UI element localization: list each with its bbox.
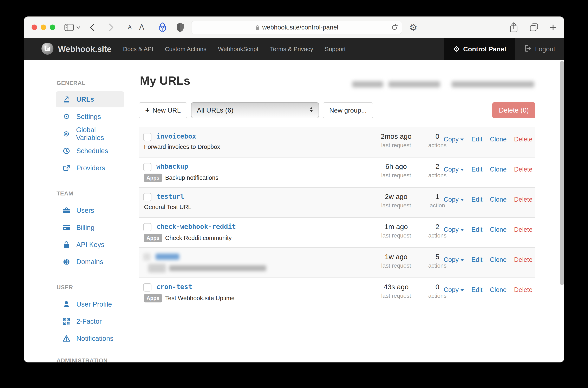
- clone-link[interactable]: Clone: [490, 196, 507, 203]
- warning-triangle-icon: [62, 335, 71, 342]
- text-bigger-button[interactable]: A: [139, 23, 144, 32]
- caret-down-icon: [460, 139, 464, 141]
- circle-x-icon: ⊗: [62, 130, 70, 138]
- url-name-link[interactable]: check-webhook-reddit: [156, 223, 236, 230]
- tab-overview-icon[interactable]: [529, 23, 539, 32]
- text-smaller-button[interactable]: A: [128, 24, 132, 30]
- edit-link[interactable]: Edit: [471, 256, 482, 264]
- table-row: invoicebox Forward invoices to Dropbox 2…: [139, 127, 535, 158]
- clone-link[interactable]: Clone: [490, 286, 507, 293]
- sidebar-item-global-variables[interactable]: ⊗ Global Variables: [56, 125, 124, 142]
- settings-gear-icon: ⚙: [62, 113, 71, 121]
- table-row: whbackup Apps Backup notifications 6h ag…: [139, 158, 535, 188]
- last-request-label: last request: [372, 202, 420, 209]
- copy-link[interactable]: Copy: [444, 256, 464, 264]
- edit-link[interactable]: Edit: [471, 226, 482, 233]
- clone-link[interactable]: Clone: [490, 166, 507, 173]
- sidebar-section-general: GENERAL: [56, 80, 124, 87]
- sidebar-item-billing[interactable]: Billing: [56, 219, 124, 236]
- sidebar-toggle-icon[interactable]: [64, 23, 74, 31]
- copy-link[interactable]: Copy: [444, 196, 464, 203]
- copy-link[interactable]: Copy: [444, 136, 464, 143]
- redacted-url-info: [143, 253, 266, 272]
- sidebar-item-users[interactable]: Users: [56, 202, 124, 219]
- edit-link[interactable]: Edit: [471, 196, 482, 203]
- row-checkbox[interactable]: [143, 193, 152, 201]
- webhook-logo-icon: [41, 42, 54, 56]
- control-panel-label: Control Panel: [463, 45, 506, 53]
- address-bar[interactable]: webhook.site/control-panel: [191, 21, 402, 34]
- row-checkbox[interactable]: [143, 133, 152, 141]
- sidebar-item-schedules[interactable]: Schedules: [56, 142, 124, 159]
- reload-icon[interactable]: [391, 24, 398, 31]
- url-name-link[interactable]: cron-test: [156, 283, 192, 291]
- back-button[interactable]: [89, 23, 95, 31]
- delete-selected-button[interactable]: Delete (0): [492, 102, 535, 118]
- plus-icon: +: [145, 106, 150, 115]
- row-checkbox[interactable]: [143, 223, 152, 231]
- copy-link[interactable]: Copy: [444, 166, 464, 173]
- url-description: Backup notifications: [165, 174, 218, 181]
- globe-icon: [62, 258, 71, 265]
- delete-link[interactable]: Delete: [514, 256, 533, 264]
- url-filter-select[interactable]: All URLs (6): [191, 102, 319, 118]
- row-checkbox[interactable]: [143, 283, 152, 291]
- delete-link[interactable]: Delete: [514, 136, 533, 143]
- page-content: GENERAL URLs ⚙ Settings ⊗ Global Variabl…: [24, 60, 564, 363]
- copy-link[interactable]: Copy: [444, 286, 464, 293]
- sidebar-item-2-factor[interactable]: 2-Factor: [56, 313, 124, 330]
- clone-link[interactable]: Clone: [490, 226, 507, 233]
- new-url-button[interactable]: + New URL: [139, 102, 187, 118]
- forward-button[interactable]: [108, 23, 114, 31]
- nav-control-panel[interactable]: ⚙ Control Panel: [444, 38, 515, 60]
- clone-link[interactable]: Clone: [490, 256, 507, 264]
- nav-link-terms-privacy[interactable]: Terms & Privacy: [270, 46, 313, 52]
- url-name-link[interactable]: invoicebox: [156, 132, 196, 140]
- edit-link[interactable]: Edit: [471, 166, 482, 173]
- new-group-button[interactable]: New group...: [323, 102, 373, 118]
- row-checkbox[interactable]: [143, 163, 152, 171]
- table-row: cron-test Apps Test Webhook.site Uptime …: [139, 278, 535, 308]
- url-name-link[interactable]: whbackup: [156, 163, 188, 170]
- nav-logout[interactable]: Logout: [515, 38, 564, 60]
- delete-link[interactable]: Delete: [514, 286, 533, 293]
- nav-link-custom-actions[interactable]: Custom Actions: [165, 46, 206, 52]
- zoom-window-button[interactable]: [50, 24, 55, 30]
- minimize-window-button[interactable]: [41, 24, 46, 30]
- logout-label: Logout: [535, 45, 555, 53]
- sidebar-item-domains[interactable]: Domains: [56, 253, 124, 270]
- url-name-link[interactable]: testurl: [156, 193, 184, 200]
- brand[interactable]: Webhook.site: [41, 42, 111, 56]
- sidebar-item-api-keys[interactable]: API Keys: [56, 236, 124, 253]
- urls-icon: [62, 96, 71, 103]
- delete-link[interactable]: Delete: [514, 226, 533, 233]
- sidebar-item-providers[interactable]: Providers: [56, 159, 124, 176]
- clone-link[interactable]: Clone: [490, 136, 507, 143]
- nav-link-docs-api[interactable]: Docs & API: [123, 46, 153, 52]
- caret-down-icon: [460, 199, 464, 201]
- sidebar-item-notifications[interactable]: Notifications: [56, 330, 124, 347]
- scrollbar-thumb[interactable]: [560, 61, 564, 285]
- share-icon[interactable]: [509, 22, 518, 33]
- new-tab-button[interactable]: +: [550, 22, 557, 33]
- edit-link[interactable]: Edit: [471, 136, 482, 143]
- close-window-button[interactable]: [32, 24, 37, 30]
- delete-link[interactable]: Delete: [514, 166, 533, 173]
- delete-link[interactable]: Delete: [514, 196, 533, 203]
- select-arrows-icon: [309, 106, 313, 114]
- chevron-down-icon[interactable]: [76, 26, 80, 29]
- sidebar-item-settings[interactable]: ⚙ Settings: [56, 108, 124, 125]
- clock-icon: [62, 147, 71, 154]
- extension-webhook-icon[interactable]: [158, 22, 167, 33]
- edit-link[interactable]: Edit: [471, 286, 482, 293]
- nav-link-webhookscript[interactable]: WebhookScript: [218, 46, 258, 52]
- sidebar-item-user-profile[interactable]: User Profile: [56, 296, 124, 313]
- url-description: Forward invoices to Dropbox: [144, 144, 220, 150]
- nav-link-support[interactable]: Support: [325, 46, 346, 52]
- sidebar-item-urls[interactable]: URLs: [56, 91, 124, 107]
- caret-down-icon: [460, 229, 464, 231]
- copy-link[interactable]: Copy: [444, 226, 464, 233]
- browser-settings-gear-icon[interactable]: ⚙: [409, 22, 417, 33]
- url-description: Check Reddit community: [165, 235, 232, 242]
- shield-privacy-icon[interactable]: [176, 23, 184, 32]
